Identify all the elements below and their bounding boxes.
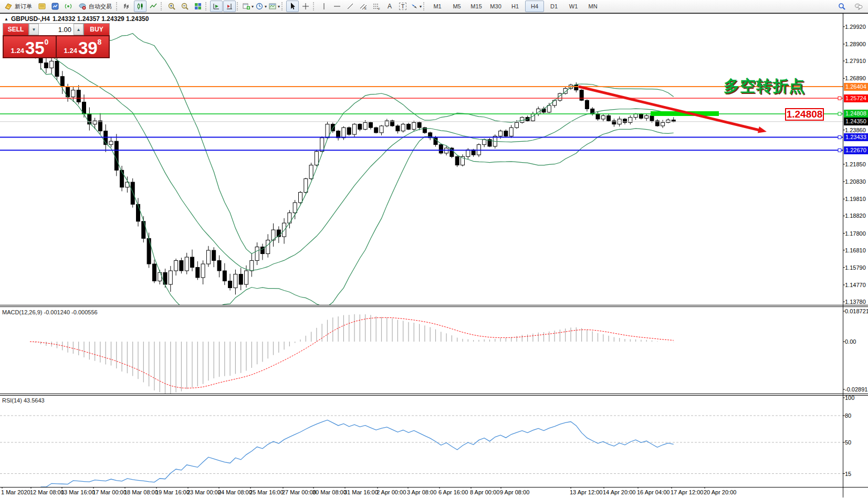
turning-point-annotation[interactable]: 多空转折点	[724, 76, 805, 97]
autotrade-icon	[78, 2, 87, 10]
timeframe-w1[interactable]: W1	[564, 1, 583, 12]
macd-signal-line	[30, 317, 674, 388]
candlestick-icon	[136, 2, 144, 10]
cursor-button[interactable]	[286, 1, 299, 12]
signals-button[interactable]	[62, 1, 75, 12]
chevron-down-icon: ▾	[278, 4, 280, 9]
toolbar: 新订单 自动交易	[0, 0, 868, 13]
vertical-line-icon	[320, 2, 328, 10]
autotrade-button[interactable]: 自动交易	[75, 1, 115, 12]
terminal-button[interactable]	[36, 1, 48, 12]
price-note-annotation[interactable]: 1.24808	[785, 108, 824, 121]
periods-dropdown[interactable]: ▾	[255, 1, 267, 12]
rsi-indicator-label: RSI(14) 43.5643	[2, 397, 45, 404]
signal-icon	[64, 2, 72, 10]
toolbar-grip	[161, 2, 163, 10]
search-icon	[838, 2, 846, 10]
indicators-dropdown[interactable]: ▾	[242, 1, 254, 12]
timeframe-h1[interactable]: H1	[506, 1, 525, 12]
level-handle[interactable]	[838, 97, 841, 100]
macd-pane[interactable]	[30, 314, 674, 394]
fibonacci-tool[interactable]: F	[370, 1, 383, 12]
arrows-icon	[410, 2, 419, 10]
sell-price[interactable]: 1.24 35 0	[4, 36, 56, 57]
search-button[interactable]	[835, 1, 848, 12]
level-handle[interactable]	[838, 149, 841, 152]
text-label-tool[interactable]: T	[396, 1, 409, 12]
toolbar-grip	[423, 2, 426, 10]
bar-chart-button[interactable]	[121, 1, 133, 12]
rsi-pane[interactable]	[0, 416, 843, 487]
trendline-tool[interactable]	[344, 1, 357, 12]
text-a-icon: A	[388, 3, 392, 10]
clock-icon	[255, 2, 264, 10]
add-indicator-icon	[242, 2, 250, 10]
market-watch-button[interactable]	[49, 1, 61, 12]
volume-increase-button[interactable]: ▲	[74, 24, 83, 35]
toolbar-grip	[281, 2, 284, 10]
toolbar-grip	[237, 2, 239, 10]
toolbar-grip	[205, 2, 208, 10]
auto-scroll-icon	[212, 2, 221, 10]
timeframe-m30[interactable]: M30	[486, 1, 505, 12]
main-pane[interactable]	[28, 30, 676, 317]
fibonacci-icon: F	[372, 2, 381, 10]
timeframe-m15[interactable]: M15	[467, 1, 486, 12]
level-handle[interactable]	[838, 136, 841, 139]
templates-dropdown[interactable]: ▾	[268, 1, 280, 12]
toolbar-grip	[313, 2, 316, 10]
horizontal-line-tool[interactable]	[331, 1, 343, 12]
symbol-quotes: 1.24332 1.24357 1.24329 1.24350	[53, 15, 149, 23]
sell-button[interactable]: SELL	[3, 24, 28, 35]
channel-icon: E	[359, 2, 368, 10]
timeframe-m1[interactable]: M1	[428, 1, 447, 12]
chart-shift-button[interactable]	[223, 1, 236, 12]
chat-icon	[854, 2, 863, 10]
price-chart[interactable]	[0, 0, 868, 498]
vertical-line-tool[interactable]	[318, 1, 330, 12]
candlesticks	[28, 30, 676, 295]
collapse-triangle-icon[interactable]: ▲	[4, 17, 8, 22]
chevron-down-icon: ▾	[252, 4, 254, 9]
zoom-out-button[interactable]	[179, 1, 191, 12]
volume-decrease-button[interactable]: ▼	[29, 24, 39, 35]
market-watch-icon	[51, 2, 59, 10]
chat-button[interactable]	[852, 1, 865, 12]
candlestick-chart-button[interactable]	[134, 1, 147, 12]
timeframe-d1[interactable]: D1	[545, 1, 563, 12]
arrows-dropdown[interactable]: ▾	[410, 1, 422, 12]
text-label-icon: T	[399, 3, 407, 10]
new-order-button[interactable]: 新订单	[1, 1, 35, 12]
channel-tool[interactable]: E	[357, 1, 370, 12]
trend-arrow-head	[758, 126, 767, 133]
mt4-window: 新订单 自动交易	[0, 0, 868, 498]
crosshair-button[interactable]	[299, 1, 312, 12]
timeframe-h4[interactable]: H4	[525, 1, 544, 12]
buy-button[interactable]: BUY	[84, 24, 109, 35]
bar-chart-icon	[123, 2, 131, 10]
line-chart-button[interactable]	[147, 1, 160, 12]
timeframe-m5[interactable]: M5	[447, 1, 466, 12]
crosshair-icon	[301, 2, 310, 10]
line-chart-icon	[149, 2, 158, 10]
symbol-name: GBPUSD-,H4	[11, 15, 50, 23]
buy-price-prefix: 1.24	[64, 46, 77, 56]
zoom-in-button[interactable]	[165, 1, 178, 12]
text-tool[interactable]: A	[383, 1, 396, 12]
volume-input[interactable]	[39, 24, 74, 35]
level-handle[interactable]	[838, 112, 841, 115]
note-icon	[38, 2, 46, 10]
tile-windows-button[interactable]	[192, 1, 204, 12]
buy-price[interactable]: 1.24 39 8	[57, 36, 109, 57]
timeframe-mn[interactable]: MN	[583, 1, 602, 12]
sell-price-sup: 0	[45, 38, 49, 46]
sell-price-big: 35	[25, 40, 45, 56]
rsi-line	[41, 420, 674, 487]
bollinger-lower	[41, 68, 674, 316]
new-order-icon	[4, 2, 13, 10]
auto-scroll-button[interactable]	[210, 1, 223, 12]
chart-shift-icon	[225, 2, 234, 10]
horizontal-line-icon	[333, 2, 341, 10]
buy-price-sup: 8	[98, 38, 102, 46]
zoom-in-icon	[168, 2, 176, 10]
